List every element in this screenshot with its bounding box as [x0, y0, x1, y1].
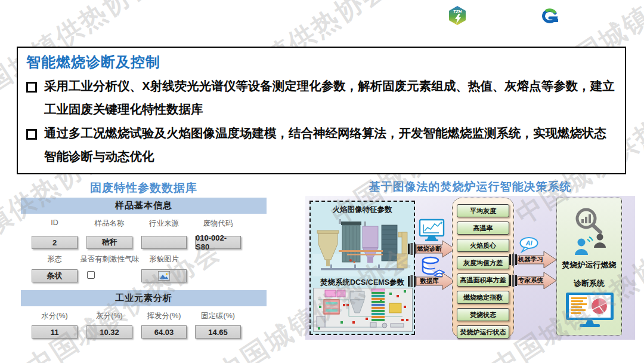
- field-label-id: ID: [32, 219, 78, 227]
- header-box: 智能燃烧诊断及控制 采用工业分析仪、X射线荧光光谱仪等设备测定理化参数，解析固废…: [17, 47, 626, 174]
- bullet-item: 通过多工况燃烧试验及火焰图像温度场建模，结合神经网络算法，开发智能燃烧监测系统，…: [26, 121, 615, 168]
- field-label-volatile: 挥发分(%): [141, 311, 187, 321]
- slide-title: 智能燃烧诊断及控制: [26, 53, 615, 72]
- arrow-label: 机器学习: [518, 251, 544, 269]
- output-text-line2: 诊断系统: [557, 278, 621, 289]
- input-parameters-box: 火焰图像特征参数: [309, 201, 415, 335]
- diagnosis-system-box: 焚烧炉运行燃烧 诊断系统: [556, 198, 622, 336]
- section-header-proximate-analysis: 工业元素分析: [21, 290, 267, 306]
- field-label-sample-name: 样品名称: [86, 219, 132, 229]
- dcs-screen-illustration: [313, 288, 413, 332]
- field-value-shape[interactable]: 条状: [32, 269, 78, 282]
- bullet-list: 采用工业分析仪、X射线荧光光谱仪等设备测定理化参数，解析固废元素组成、热值、灰熔…: [26, 74, 615, 168]
- field-label-waste-code: 废物代码: [195, 219, 241, 229]
- bullet-square-icon: [26, 129, 37, 140]
- bullet-square-icon: [26, 82, 37, 93]
- magnifier-barchart-icon: [572, 207, 607, 234]
- feature-chip-stability-index: 燃烧稳定指数: [457, 291, 509, 304]
- appearance-image-field[interactable]: [141, 269, 187, 282]
- image-thumbnail-icon: [158, 271, 170, 281]
- field-value-id[interactable]: 2: [32, 236, 78, 249]
- section-header-basic-info: 样品基本信息: [21, 198, 267, 214]
- field-label-irritating-odor: 是否有刺激性气味: [78, 254, 141, 264]
- field-label-shape: 形态: [32, 254, 78, 264]
- bullet-text: 通过多工况燃烧试验及火焰图像温度场建模，结合神经网络算法，开发智能燃烧监测系统，…: [44, 121, 615, 168]
- arrow-label: 数据库: [416, 272, 442, 290]
- decision-panel-title: 基于图像法的焚烧炉运行智能决策系统: [305, 179, 635, 195]
- field-label-appearance-image: 形貌图片: [141, 254, 187, 264]
- ai-bubble-label: AI: [525, 239, 533, 247]
- field-value-sample-name[interactable]: 秸秆: [86, 236, 132, 249]
- decision-diagram-panel: 火焰图像特征参数: [305, 196, 635, 340]
- feature-chip-furnace-running-state: 焚烧炉运行状态: [457, 325, 509, 339]
- machine-learning-arrow: 机器学习: [509, 251, 557, 269]
- bullet-item: 采用工业分析仪、X射线荧光光谱仪等设备测定理化参数，解析固废元素组成、热值、灰熔…: [26, 74, 615, 121]
- feature-chip-gray-variance: 灰度均值方差: [457, 256, 509, 269]
- feature-chip-high-temp-rate: 高温率: [457, 222, 509, 235]
- image-features-box: 平均灰度 高温率 火焰质心 灰度均值方差 高温面积率方差 燃烧稳定指数 焚烧状态…: [452, 198, 514, 338]
- partner-logo: [540, 8, 560, 24]
- database-arrow: 数据库: [408, 272, 456, 290]
- people-consult-icon: [574, 232, 607, 256]
- slide: 固废特性参数数据库 样品基本信息 ID 样品名称 行业来源 废物代码 2 秸秆 …: [0, 0, 644, 363]
- monitor-chart-icon: [419, 219, 445, 242]
- expert-system-arrow: 专家系统: [509, 272, 557, 290]
- bullet-text: 采用工业分析仪、X射线荧光光谱仪等设备测定理化参数，解析固废元素组成、热值、灰熔…: [44, 74, 615, 121]
- field-value-volatile[interactable]: 64.03: [141, 325, 187, 339]
- feature-chip-mean-gray: 平均灰度: [457, 204, 509, 217]
- tzh-hexagon-logo: TZH: [448, 5, 466, 26]
- report-monitor-icon: [564, 293, 616, 328]
- flame-image-params-label: 火焰图像特征参数: [311, 205, 414, 215]
- arrow-label: 专家系统: [518, 272, 544, 290]
- field-label-industry-source: 行业来源: [141, 219, 187, 229]
- field-label-fixed-carbon: 固定碳(%): [195, 311, 241, 321]
- field-value-ash[interactable]: 10.32: [86, 325, 132, 339]
- field-value-fixed-carbon[interactable]: 14.65: [195, 325, 241, 339]
- field-label-moisture: 水分(%): [32, 311, 78, 321]
- field-value-industry-source[interactable]: [141, 236, 187, 249]
- output-text-line1: 焚烧炉运行燃烧: [557, 260, 621, 270]
- feature-chip-flame-centroid: 火焰质心: [457, 239, 509, 252]
- field-value-waste-code[interactable]: 010-002-S80: [195, 236, 241, 249]
- tzh-logo-text: TZH: [453, 9, 462, 14]
- field-value-moisture[interactable]: 11: [32, 325, 78, 339]
- incinerator-3d-illustration: [312, 214, 413, 276]
- feature-chip-incineration-state: 焚烧状态: [457, 308, 509, 321]
- database-panel-title: 固废特性参数数据库: [21, 180, 267, 196]
- dcs-cems-params-label: 焚烧系统DCS/CEMS参数: [311, 278, 414, 288]
- feature-chip-high-temp-area-variance: 高温面积率方差: [457, 273, 509, 287]
- irritating-odor-checkbox[interactable]: [87, 271, 95, 279]
- field-label-ash: 灰分(%): [86, 311, 132, 321]
